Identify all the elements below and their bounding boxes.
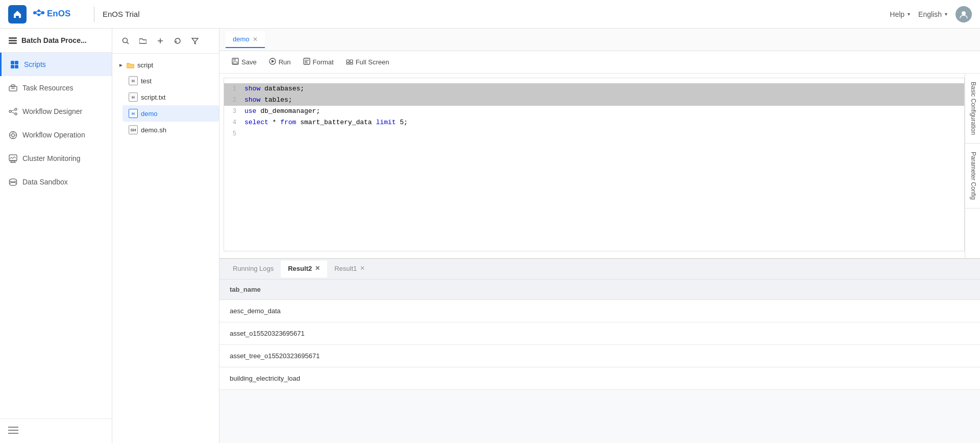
- svg-rect-13: [11, 61, 14, 64]
- editor-area: demo ✕ Save: [219, 29, 980, 443]
- svg-marker-47: [192, 38, 198, 44]
- svg-point-43: [123, 38, 128, 43]
- cluster-monitoring-icon: [8, 154, 17, 163]
- svg-rect-60: [347, 63, 349, 64]
- filter-button[interactable]: [188, 34, 202, 48]
- code-line-4: 4 select * from smart_battery_data limit…: [224, 117, 964, 128]
- filetree-file-demo-sh[interactable]: SH demo.sh: [122, 122, 219, 138]
- sidebar-item-workflow-operation[interactable]: Workflow Operation: [0, 123, 112, 147]
- svg-rect-50: [233, 58, 236, 61]
- tab-close-icon[interactable]: ✕: [253, 36, 258, 42]
- filetree-panel: script H test H script.txt H demo: [112, 29, 219, 443]
- fullscreen-icon: [346, 58, 353, 66]
- result2-close-icon[interactable]: ✕: [315, 265, 320, 271]
- format-icon: [303, 58, 310, 66]
- param-config-panel[interactable]: Parameter Config: [965, 144, 980, 208]
- svg-rect-61: [350, 63, 353, 64]
- folder-icon: [127, 62, 134, 68]
- result1-close-icon[interactable]: ✕: [360, 265, 365, 271]
- svg-rect-58: [347, 60, 349, 62]
- tab-running-logs[interactable]: Running Logs: [226, 261, 281, 277]
- sidebar-item-workflow-designer[interactable]: Workflow Designer: [0, 100, 112, 123]
- result-row-4: building_electricity_load: [219, 367, 980, 390]
- batch-icon: [8, 36, 17, 45]
- filetree-file-demo[interactable]: H demo: [122, 105, 219, 122]
- svg-point-9: [962, 11, 966, 15]
- editor-toolbar: Save Run: [219, 51, 980, 74]
- help-button[interactable]: Help ▾: [890, 10, 910, 18]
- svg-text:EnOS: EnOS: [47, 9, 70, 18]
- app-logo: EnOS: [8, 5, 76, 24]
- sidebar-item-cluster-monitoring[interactable]: Cluster Monitoring: [0, 147, 112, 170]
- fullscreen-button[interactable]: Full Screen: [341, 55, 395, 69]
- svg-point-22: [15, 113, 17, 115]
- folder-button[interactable]: [136, 34, 150, 48]
- sidebar-footer-icon[interactable]: [8, 426, 104, 436]
- main-layout: Batch Data Proce... Scripts: [0, 29, 980, 443]
- sidebar-item-scripts[interactable]: Scripts: [0, 53, 112, 76]
- lang-caret-icon: ▾: [945, 11, 947, 17]
- search-button[interactable]: [118, 34, 133, 48]
- svg-point-36: [9, 179, 16, 182]
- svg-rect-10: [9, 37, 17, 39]
- filetree-folder-script[interactable]: script: [112, 58, 219, 73]
- format-button[interactable]: Format: [298, 55, 339, 69]
- tab-result2[interactable]: Result2 ✕: [281, 261, 327, 277]
- topbar: EnOS EnOS Trial Help ▾ English ▾: [0, 0, 980, 29]
- tab-result1[interactable]: Result1 ✕: [327, 261, 372, 277]
- run-button[interactable]: Run: [264, 55, 296, 69]
- result-row-2: asset_o15520323695671: [219, 322, 980, 345]
- svg-rect-16: [15, 65, 18, 68]
- filetree-file-script-txt[interactable]: H script.txt: [122, 89, 219, 105]
- svg-point-21: [15, 108, 17, 110]
- sh-icon-demo-sh: SH: [129, 125, 138, 134]
- svg-rect-18: [11, 85, 15, 87]
- refresh-button[interactable]: [170, 34, 185, 48]
- add-button[interactable]: [153, 34, 167, 48]
- data-sandbox-icon: [8, 177, 17, 186]
- sidebar-item-data-sandbox[interactable]: Data Sandbox: [0, 170, 112, 194]
- filetree-file-test[interactable]: H test: [122, 73, 219, 89]
- language-button[interactable]: English ▾: [918, 10, 947, 18]
- code-editor[interactable]: 1 show databases; 2 show tables; 3 use d…: [224, 78, 965, 251]
- sidebar-item-task-resources[interactable]: Task Resources: [0, 76, 112, 100]
- code-line-2: 2 show tables;: [224, 95, 964, 106]
- svg-line-23: [11, 110, 15, 111]
- basic-config-panel[interactable]: Basic Configuration: [965, 74, 980, 144]
- svg-line-44: [127, 42, 129, 44]
- task-resources-icon: [8, 83, 17, 92]
- results-area: Running Logs Result2 ✕ Result1 ✕ tab_nam…: [219, 259, 980, 444]
- code-line-1: 1 show databases;: [224, 83, 964, 95]
- sidebar-nav: Scripts Task Resources: [0, 53, 112, 418]
- run-icon: [269, 58, 276, 66]
- filetree-toolbar: [112, 29, 219, 54]
- result-header-row: tab_name: [219, 279, 980, 300]
- topbar-app-title: EnOS Trial: [103, 10, 140, 18]
- svg-rect-15: [11, 65, 14, 68]
- save-button[interactable]: Save: [227, 55, 262, 69]
- expand-icon: [118, 63, 124, 68]
- workflow-operation-icon: [8, 130, 17, 139]
- sidebar-footer: [0, 418, 112, 443]
- result-row-1: aesc_demo_data: [219, 300, 980, 322]
- filetree-children: H test H script.txt H demo SH demo.sh: [112, 73, 219, 138]
- result-row-3: asset_tree_o15520323695671: [219, 345, 980, 367]
- editor-tab-demo[interactable]: demo ✕: [226, 31, 265, 48]
- svg-point-26: [11, 133, 14, 136]
- svg-line-24: [11, 112, 15, 113]
- editor-tabs: demo ✕: [219, 29, 980, 51]
- filetree-content: script H test H script.txt H demo: [112, 54, 219, 443]
- code-line-5: 5: [224, 128, 964, 139]
- home-icon[interactable]: [8, 5, 27, 24]
- svg-rect-59: [350, 60, 353, 62]
- user-avatar[interactable]: [955, 6, 972, 22]
- svg-marker-48: [119, 64, 122, 67]
- svg-rect-11: [9, 40, 17, 41]
- results-content: tab_name aesc_demo_data asset_o155203236…: [219, 279, 980, 444]
- svg-rect-14: [15, 61, 18, 64]
- enos-logo-svg: EnOS: [30, 7, 76, 22]
- right-panel: Basic Configuration Parameter Config: [965, 74, 980, 258]
- sidebar-header: Batch Data Proce...: [0, 29, 112, 53]
- save-icon: [232, 58, 239, 66]
- results-tabs: Running Logs Result2 ✕ Result1 ✕: [219, 259, 980, 279]
